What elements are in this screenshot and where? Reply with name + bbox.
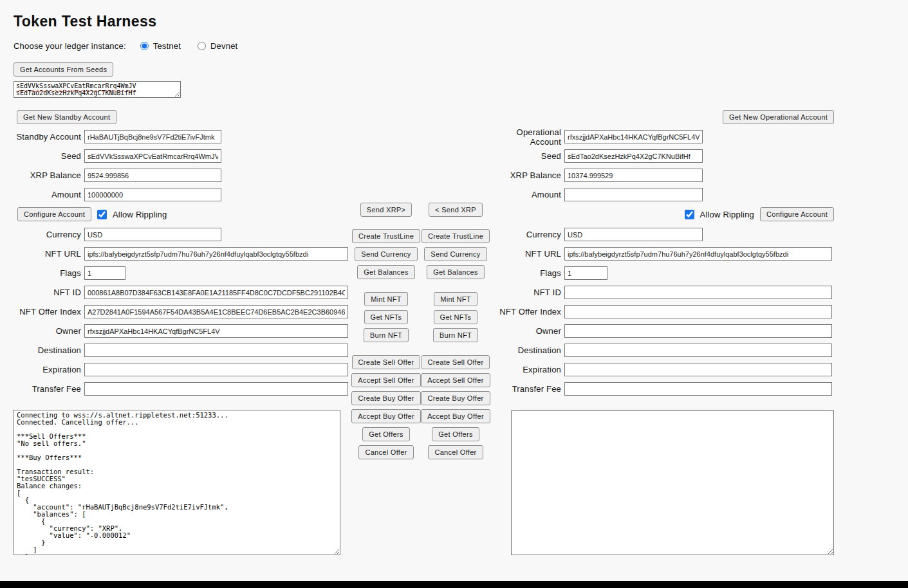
- standby-get-balances-button[interactable]: Get Balances: [357, 265, 415, 279]
- operational-cancel-offer-button[interactable]: Cancel Offer: [428, 445, 483, 459]
- ledger-instance-prompt: Choose your ledger instance:: [14, 41, 126, 51]
- operational-nft-offer-index-row: NFT Offer Index: [489, 305, 834, 318]
- operational-actions-column: < Send XRP Create TrustLine Send Currenc…: [423, 203, 488, 459]
- operational-get-balances-button[interactable]: Get Balances: [427, 265, 485, 279]
- operational-expiration-input[interactable]: [564, 363, 832, 376]
- standby-nft-offer-index-row: NFT Offer Index: [14, 305, 351, 318]
- standby-nft-url-input[interactable]: [84, 247, 348, 261]
- standby-get-offers-button[interactable]: Get Offers: [362, 427, 410, 441]
- standby-configure-row: Configure Account Allow Rippling: [14, 207, 351, 221]
- operational-get-nfts-button[interactable]: Get NFTs: [434, 310, 478, 324]
- operational-owner-label: Owner: [489, 326, 564, 336]
- standby-xrp-balance-input[interactable]: [84, 169, 221, 182]
- operational-transfer-fee-row: Transfer Fee: [489, 382, 834, 396]
- operational-configure-account-button[interactable]: Configure Account: [760, 207, 834, 221]
- standby-nft-url-row: NFT URL: [14, 247, 351, 261]
- standby-nft-id-row: NFT ID: [14, 286, 351, 299]
- operational-xrp-balance-input[interactable]: [564, 169, 703, 182]
- testnet-radio[interactable]: [140, 42, 149, 50]
- standby-amount-input[interactable]: [84, 188, 221, 201]
- operational-create-trustline-button[interactable]: Create TrustLine: [422, 229, 490, 243]
- standby-accept-buy-offer-button[interactable]: Accept Buy Offer: [351, 409, 421, 423]
- operational-create-sell-offer-button[interactable]: Create Sell Offer: [422, 355, 490, 369]
- operational-destination-input[interactable]: [564, 344, 832, 357]
- operational-seed-row: Seed: [489, 149, 834, 163]
- operational-send-xrp-button[interactable]: < Send XRP: [429, 203, 483, 217]
- standby-account-section: Get New Standby Account Standby Account …: [14, 110, 351, 401]
- standby-flags-input[interactable]: [84, 266, 125, 280]
- standby-create-buy-offer-button[interactable]: Create Buy Offer: [351, 391, 420, 405]
- operational-mint-nft-button[interactable]: Mint NFT: [434, 292, 477, 306]
- standby-results-textarea[interactable]: Connecting to wss://s.altnet.rippletest.…: [14, 410, 340, 555]
- operational-transfer-fee-input[interactable]: [564, 382, 832, 396]
- operational-flags-input[interactable]: [564, 266, 607, 280]
- get-new-operational-account-button[interactable]: Get New Operational Account: [723, 110, 834, 124]
- devnet-radio-option[interactable]: Devnet: [198, 41, 237, 51]
- operational-send-currency-button[interactable]: Send Currency: [424, 247, 486, 261]
- operational-allow-rippling-checkbox[interactable]: [685, 210, 694, 219]
- operational-nft-url-row: NFT URL: [489, 247, 834, 261]
- operational-nft-url-input[interactable]: [564, 247, 832, 261]
- operational-amount-input[interactable]: [564, 188, 703, 201]
- standby-send-xrp-button[interactable]: Send XRP>: [360, 203, 412, 217]
- standby-nft-offer-index-label: NFT Offer Index: [14, 307, 84, 317]
- standby-transfer-fee-label: Transfer Fee: [14, 384, 84, 394]
- testnet-radio-option[interactable]: Testnet: [140, 41, 181, 51]
- standby-destination-label: Destination: [14, 345, 84, 355]
- operational-account-row: Operational Account: [489, 130, 834, 143]
- standby-mint-nft-button[interactable]: Mint NFT: [364, 292, 408, 306]
- operational-results-textarea[interactable]: [511, 410, 834, 555]
- standby-expiration-input[interactable]: [84, 363, 348, 376]
- standby-cancel-offer-button[interactable]: Cancel Offer: [358, 445, 413, 459]
- operational-get-offers-button[interactable]: Get Offers: [432, 427, 479, 441]
- operational-seed-input[interactable]: [564, 149, 703, 163]
- standby-transfer-fee-input[interactable]: [84, 382, 348, 396]
- devnet-radio[interactable]: [198, 42, 206, 50]
- operational-currency-input[interactable]: [564, 228, 703, 241]
- standby-seed-row: Seed: [14, 149, 351, 163]
- standby-nft-id-input[interactable]: [84, 286, 348, 299]
- get-accounts-from-seeds-button[interactable]: Get Accounts From Seeds: [14, 62, 113, 77]
- standby-create-sell-offer-button[interactable]: Create Sell Offer: [352, 355, 421, 369]
- standby-xrp-balance-row: XRP Balance: [14, 169, 351, 182]
- seeds-textarea[interactable]: sEdVVkSsswaXPCvEatRmcarRrq4WmJV sEdTao2d…: [14, 81, 181, 98]
- standby-destination-input[interactable]: [84, 344, 348, 357]
- standby-create-trustline-button[interactable]: Create TrustLine: [352, 229, 420, 243]
- standby-get-nfts-button[interactable]: Get NFTs: [364, 310, 409, 324]
- standby-configure-account-button[interactable]: Configure Account: [17, 207, 91, 221]
- operational-create-buy-offer-button[interactable]: Create Buy Offer: [421, 391, 490, 405]
- operational-expiration-label: Expiration: [489, 365, 564, 374]
- operational-accept-buy-offer-button[interactable]: Accept Buy Offer: [421, 409, 490, 423]
- standby-currency-input[interactable]: [84, 228, 221, 241]
- standby-flags-label: Flags: [14, 268, 84, 278]
- bottom-screen-edge-bar: [0, 581, 908, 588]
- standby-send-currency-button[interactable]: Send Currency: [355, 247, 417, 261]
- operational-nft-url-label: NFT URL: [489, 249, 564, 259]
- standby-transfer-fee-row: Transfer Fee: [14, 382, 351, 396]
- operational-nft-offer-index-input[interactable]: [564, 305, 832, 318]
- operational-accept-sell-offer-button[interactable]: Accept Sell Offer: [421, 373, 490, 387]
- standby-seed-input[interactable]: [84, 149, 221, 163]
- operational-expiration-row: Expiration: [489, 363, 834, 376]
- standby-account-input[interactable]: [84, 130, 221, 143]
- standby-accept-sell-offer-button[interactable]: Accept Sell Offer: [351, 373, 420, 387]
- standby-nft-offer-index-input[interactable]: [84, 305, 348, 318]
- operational-account-section: Get New Operational Account Operational …: [489, 110, 834, 401]
- operational-amount-row: Amount: [489, 188, 834, 201]
- operational-transfer-fee-label: Transfer Fee: [489, 384, 564, 394]
- operational-burn-nft-button[interactable]: Burn NFT: [433, 328, 478, 342]
- standby-expiration-row: Expiration: [14, 363, 351, 376]
- standby-flags-row: Flags: [14, 266, 351, 280]
- standby-allow-rippling-checkbox[interactable]: [97, 210, 107, 219]
- standby-owner-input[interactable]: [84, 324, 348, 338]
- standby-account-row: Standby Account: [14, 130, 351, 143]
- standby-owner-row: Owner: [14, 324, 351, 338]
- operational-account-label: Operational Account: [489, 127, 564, 147]
- standby-burn-nft-button[interactable]: Burn NFT: [364, 328, 409, 342]
- operational-flags-label: Flags: [489, 268, 564, 278]
- get-new-standby-account-button[interactable]: Get New Standby Account: [17, 110, 116, 124]
- operational-nft-id-input[interactable]: [564, 286, 832, 299]
- operational-account-input[interactable]: [564, 130, 703, 143]
- standby-allow-rippling-label: Allow Rippling: [113, 210, 167, 219]
- operational-owner-input[interactable]: [564, 324, 832, 338]
